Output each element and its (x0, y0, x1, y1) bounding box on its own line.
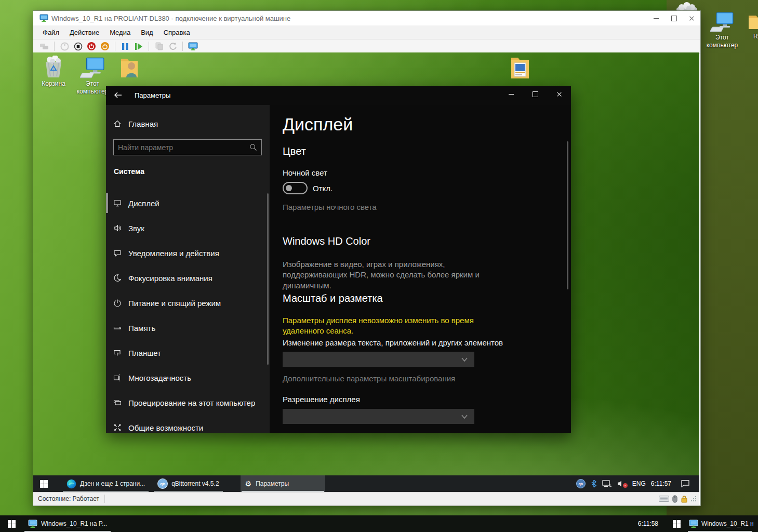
tablet-icon (113, 349, 122, 357)
vm-media-folder-icon[interactable] (503, 56, 537, 81)
qbittorrent-icon: qb (157, 478, 168, 489)
host2-start-button[interactable] (667, 515, 687, 532)
content-scrollbar[interactable] (567, 141, 568, 289)
mouse-status-icon (672, 495, 677, 503)
sidebar-section-header: Система (114, 167, 144, 176)
sidebar-item-tablet[interactable]: Планшет (106, 340, 270, 365)
qbittorrent-tray-icon[interactable]: qb (576, 479, 586, 488)
maximize-button[interactable] (665, 12, 683, 24)
sidebar-scrollbar[interactable] (267, 193, 269, 365)
recycle-bin-icon (44, 56, 63, 78)
statusbar-icons (659, 495, 696, 503)
toggle-knob (286, 185, 292, 191)
sidebar-item-display[interactable]: Дисплей (106, 191, 270, 216)
vm-start-button[interactable] (33, 475, 55, 492)
back-icon[interactable] (113, 91, 123, 99)
enhanced-session-icon[interactable] (188, 41, 198, 51)
vm-taskbar-item-settings[interactable]: ⚙ Параметры (241, 475, 325, 492)
lock-status-icon (681, 495, 688, 503)
sidebar-item-storage[interactable]: Память (106, 315, 270, 340)
display-icon (113, 199, 122, 207)
menu-help[interactable]: Справка (158, 26, 195, 38)
settings-close-button[interactable] (547, 86, 571, 102)
host2-taskbar-item-vmconnect[interactable]: Windows_10_R1 на P... (687, 515, 753, 532)
sidebar-item-multitasking[interactable]: Многозадачность (106, 365, 270, 390)
menu-view[interactable]: Вид (136, 26, 158, 38)
search-icon[interactable] (249, 143, 257, 151)
sidebar-item-projecting[interactable]: Проецирование на этот компьютер (106, 390, 270, 415)
shared-experiences-icon (113, 423, 122, 432)
minimize-button[interactable] (647, 12, 665, 24)
save-vm-icon[interactable] (100, 41, 110, 51)
vm-taskbar-item-edge[interactable]: Дзен и еще 1 страни... (62, 475, 150, 492)
scale-dropdown[interactable] (283, 352, 474, 367)
resume-vm-icon[interactable] (134, 41, 144, 51)
notifications-icon (113, 249, 122, 257)
settings-maximize-button[interactable] (523, 86, 547, 102)
bluetooth-icon[interactable] (591, 480, 597, 488)
this-pc-icon (710, 11, 734, 32)
vm-system-tray: qb × ENG 6:11:57 (576, 479, 690, 488)
sidebar-item-shared-experiences[interactable]: Общие возможности (106, 415, 270, 440)
hdr-description: Изображение в видео, играх и приложениях… (283, 259, 503, 291)
shut-down-vm-icon[interactable] (86, 41, 97, 51)
edge-icon (67, 479, 76, 489)
action-center-icon[interactable] (681, 480, 690, 488)
vm-taskbar-item-qbittorrent[interactable]: qb qBittorrent v4.5.2 (153, 475, 223, 492)
vm-recycle-bin-icon[interactable]: Корзина (33, 56, 76, 88)
hyperv-window: Windows_10_R1 на PROLIANT-DL380 - подклю… (33, 10, 701, 506)
night-light-state: Откл. (313, 184, 333, 193)
hyperv-titlebar[interactable]: Windows_10_R1 на PROLIANT-DL380 - подклю… (33, 11, 700, 25)
ctrl-alt-del-icon[interactable] (39, 41, 49, 51)
revert-icon[interactable] (167, 41, 178, 51)
sidebar-item-notifications[interactable]: Уведомления и действия (106, 241, 270, 265)
checkpoint-icon[interactable] (154, 41, 164, 51)
icon-label: Ron (753, 33, 758, 41)
menu-action[interactable]: Действие (64, 26, 104, 38)
vmconnect-icon (689, 520, 698, 528)
settings-search-box[interactable] (113, 139, 262, 155)
menu-media[interactable]: Медиа (104, 26, 136, 38)
vm-clock[interactable]: 6:11:57 (651, 480, 671, 487)
hdr-section-header: Windows HD Color (283, 235, 370, 247)
gear-icon: ⚙ (245, 480, 252, 487)
settings-titlebar[interactable]: Параметры (106, 86, 571, 105)
hyperv-toolbar (33, 39, 700, 54)
network-icon[interactable] (602, 480, 612, 488)
night-light-toggle[interactable] (283, 182, 308, 194)
settings-minimize-button[interactable] (499, 86, 523, 102)
settings-window-controls (499, 86, 571, 102)
night-light-label: Ночной свет (283, 168, 327, 177)
window-controls (647, 12, 700, 24)
night-light-settings-link[interactable]: Параметры ночного света (283, 203, 377, 211)
monitor2-folder-icon[interactable]: Ron (743, 11, 758, 41)
this-pc-icon (80, 57, 105, 78)
home-icon (113, 119, 122, 128)
host-clock[interactable]: 6:11:58 (638, 520, 658, 527)
pause-vm-icon[interactable] (120, 41, 130, 51)
turn-off-vm-icon[interactable] (73, 41, 83, 51)
host-start-button[interactable] (0, 515, 23, 532)
resolution-dropdown[interactable] (283, 409, 474, 424)
vm-user-folder-icon[interactable] (112, 56, 145, 79)
sidebar-item-power-sleep[interactable]: Питание и спящий режим (106, 290, 270, 315)
icon-label: Этот компьютер (700, 34, 744, 49)
search-input[interactable] (117, 140, 244, 154)
language-indicator[interactable]: ENG (632, 480, 646, 487)
start-vm-icon[interactable] (59, 41, 70, 51)
sidebar-item-home[interactable]: Главная (106, 115, 270, 132)
monitor2-this-pc-icon[interactable]: Этот компьютер (700, 11, 744, 49)
color-section-header: Цвет (283, 145, 306, 157)
resize-grip[interactable] (691, 496, 696, 501)
sidebar-item-sound[interactable]: Звук (106, 216, 270, 241)
sidebar-item-focus-assist[interactable]: Фокусировка внимания (106, 265, 270, 290)
mute-badge: × (623, 483, 628, 488)
vm-taskbar: Дзен и еще 1 страни... qb qBittorrent v4… (33, 475, 699, 492)
windows-logo-icon (8, 520, 16, 528)
host-taskbar-item-vmconnect[interactable]: Windows_10_R1 на P... (23, 515, 112, 532)
menu-file[interactable]: Файл (37, 26, 64, 38)
multitasking-icon (113, 374, 122, 382)
close-button[interactable] (683, 12, 700, 24)
advanced-scaling-link[interactable]: Дополнительные параметры масштабирования (283, 374, 455, 383)
volume-muted-icon[interactable]: × (617, 480, 627, 488)
